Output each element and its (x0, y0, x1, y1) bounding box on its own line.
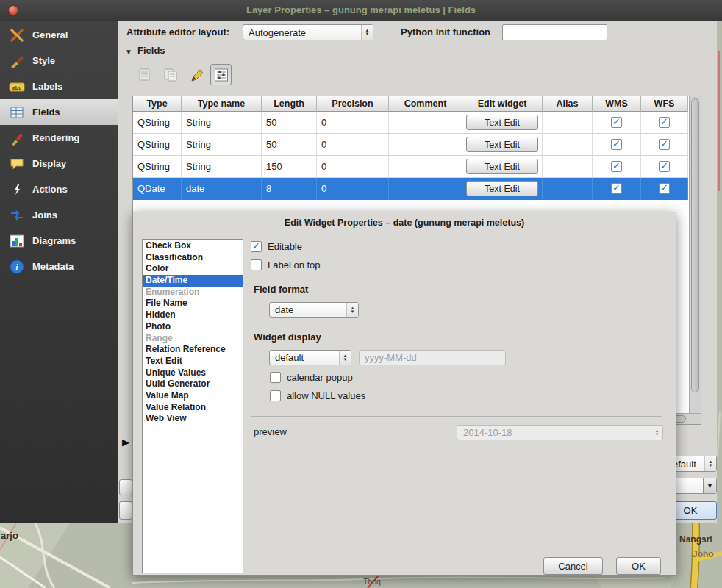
widget-type-option-disabled: Enumeration (143, 287, 243, 298)
expand-arrow-icon[interactable]: ▶ (122, 437, 129, 448)
calendar-popup-label: calendar popup (287, 372, 353, 383)
divider (251, 416, 662, 417)
editable-checkbox[interactable]: ✓ (251, 241, 262, 252)
column-header-edit-widget[interactable]: Edit widget (462, 96, 543, 112)
column-header-length[interactable]: Length (262, 96, 317, 112)
cancel-button[interactable]: Cancel (543, 557, 603, 575)
abc-label-icon: abc (9, 79, 25, 95)
cell-type: QString (133, 156, 182, 178)
sidebar-item-style[interactable]: Style (0, 48, 118, 74)
column-header-wfs[interactable]: WFS (641, 96, 688, 112)
edit-widget-button[interactable]: Text Edit (466, 137, 538, 152)
sidebar-item-label: Fields (32, 107, 60, 118)
widget-type-option-selected[interactable]: Date/Time (143, 275, 243, 287)
widget-type-option[interactable]: Relation Reference (143, 344, 243, 356)
column-header-type-name[interactable]: Type name (182, 96, 262, 112)
window-title: Layer Properties – gunung merapi meletus… (0, 0, 722, 21)
calendar-popup-checkbox[interactable]: ✓ (270, 372, 281, 383)
column-header-comment[interactable]: Comment (389, 96, 462, 112)
map-label: Joho (693, 549, 714, 559)
editable-label: Editable (268, 241, 302, 252)
wms-checkbox[interactable]: ✓ (611, 183, 622, 194)
cell-comment (389, 156, 462, 178)
dropdown-arrow-icon[interactable]: ▼ (703, 478, 716, 493)
field-widget-settings-button[interactable] (210, 64, 232, 85)
delete-field-button[interactable] (160, 64, 181, 85)
spinner-arrows-icon[interactable]: ▲▼ (339, 351, 351, 365)
field-format-combo[interactable]: date ▲▼ (269, 302, 359, 318)
wfs-checkbox[interactable]: ✓ (659, 117, 670, 128)
ok-button[interactable]: OK (616, 557, 661, 575)
cell-alias (543, 112, 593, 134)
toggle-editing-button[interactable] (186, 64, 207, 85)
column-header-type[interactable]: Type (133, 96, 182, 112)
widget-type-list[interactable]: Check Box Classification Color Date/Time… (142, 239, 243, 573)
sidebar-item-labels[interactable]: abc Labels (0, 74, 118, 99)
table-header-row: Type Type name Length Precision Comment … (133, 96, 688, 112)
wfs-checkbox[interactable]: ✓ (659, 161, 670, 172)
widget-type-option[interactable]: Hidden (143, 309, 243, 321)
widget-type-option[interactable]: Web View (143, 413, 243, 425)
widget-type-option[interactable]: Uuid Generator (143, 379, 243, 390)
column-header-precision[interactable]: Precision (317, 96, 389, 112)
combo-value: date (270, 303, 346, 317)
cell-alias (543, 134, 593, 156)
table-row[interactable]: QString String 150 0 Text Edit ✓ ✓ (133, 156, 688, 178)
sidebar-item-metadata[interactable]: i Metadata (0, 254, 118, 279)
attribute-editor-layout-combo[interactable]: Autogenerate ▲▼ (243, 24, 373, 40)
preview-value: 2014-10-18 (457, 426, 651, 440)
map-label: arjo (1, 530, 18, 541)
table-row[interactable]: QString String 50 0 Text Edit ✓ ✓ (133, 134, 688, 156)
wfs-checkbox[interactable]: ✓ (659, 139, 670, 150)
display-format-input[interactable]: yyyy-MM-dd (359, 350, 506, 365)
partial-button[interactable] (119, 501, 132, 520)
label-on-top-checkbox[interactable]: ✓ (251, 259, 262, 270)
delete-field-icon (162, 67, 179, 83)
vertical-scrollbar[interactable] (689, 96, 701, 413)
table-row[interactable]: QString String 50 0 Text Edit ✓ ✓ (133, 112, 688, 134)
widget-type-option[interactable]: Classification (143, 252, 243, 264)
column-header-alias[interactable]: Alias (543, 96, 593, 112)
combo-value: Autogenerate (243, 25, 361, 40)
spinner-arrows-icon[interactable]: ▲▼ (704, 456, 716, 471)
wms-checkbox[interactable]: ✓ (611, 161, 622, 172)
widget-type-option[interactable]: File Name (143, 298, 243, 309)
allow-null-checkbox[interactable]: ✓ (270, 390, 281, 401)
collapse-caret-icon[interactable]: ▼ (125, 48, 132, 56)
sidebar-item-rendering[interactable]: Rendering (0, 125, 118, 151)
edit-widget-button[interactable]: Text Edit (466, 181, 538, 196)
partial-button[interactable] (119, 479, 132, 495)
widget-display-combo[interactable]: default ▲▼ (269, 350, 351, 365)
sidebar-item-general[interactable]: General (0, 22, 118, 48)
sidebar-item-diagrams[interactable]: Diagrams (0, 228, 118, 254)
widget-type-option[interactable]: Text Edit (143, 356, 243, 368)
sidebar-item-fields[interactable]: Fields (0, 99, 118, 125)
table-row-selected[interactable]: QDate date 8 0 Text Edit ✓ ✓ (133, 178, 688, 200)
wms-checkbox[interactable]: ✓ (611, 117, 622, 128)
widget-type-option[interactable]: Color (143, 263, 243, 275)
sidebar-item-display[interactable]: Display (0, 151, 118, 176)
widget-type-option[interactable]: Value Map (143, 390, 243, 402)
cell-alias (543, 178, 593, 200)
map-label: Thoq (363, 577, 381, 586)
map-label: Nangsri (679, 534, 712, 545)
sidebar-item-joins[interactable]: Joins (0, 202, 118, 228)
widget-type-option[interactable]: Value Relation (143, 402, 243, 414)
wms-checkbox[interactable]: ✓ (611, 139, 622, 150)
python-init-input[interactable] (502, 24, 607, 40)
scrollbar-thumb[interactable] (691, 98, 699, 392)
sidebar-item-actions[interactable]: Actions (0, 176, 118, 202)
widget-type-option[interactable]: Unique Values (143, 368, 243, 379)
spinner-arrows-icon[interactable]: ▲▼ (361, 25, 373, 40)
column-header-wms[interactable]: WMS (593, 96, 641, 112)
new-field-button[interactable] (134, 64, 155, 85)
new-field-icon (137, 67, 153, 83)
edit-widget-button[interactable]: Text Edit (466, 115, 538, 130)
widget-type-option[interactable]: Photo (143, 321, 243, 333)
edit-widget-button[interactable]: Text Edit (466, 159, 538, 174)
widget-type-option[interactable]: Check Box (143, 240, 243, 252)
wfs-checkbox[interactable]: ✓ (659, 183, 670, 194)
spinner-arrows-icon[interactable]: ▲▼ (346, 303, 358, 317)
cell-type: QDate (133, 178, 182, 200)
allow-null-label: allow NULL values (287, 390, 365, 401)
